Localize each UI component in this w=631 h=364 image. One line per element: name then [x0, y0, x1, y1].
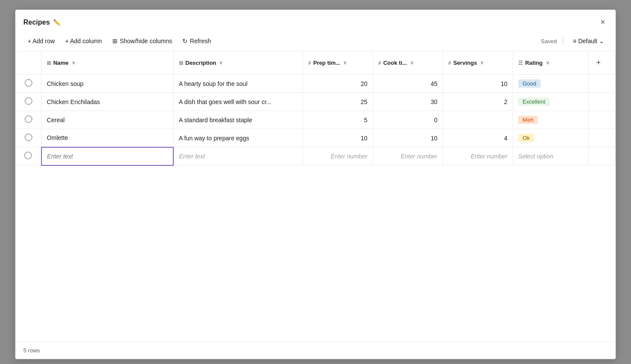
row-servings-cell[interactable]: 10: [443, 75, 513, 93]
prep-col-icon: #: [308, 60, 311, 66]
add-row-button[interactable]: + Add row: [23, 35, 59, 47]
row-description-cell[interactable]: A dish that goes well with sour cr...: [173, 93, 303, 111]
row-prep-cell[interactable]: 25: [303, 93, 373, 111]
servings-col-icon: #: [448, 60, 451, 66]
row-description-cell[interactable]: A standard breakfast staple: [173, 111, 303, 129]
row-rating-cell[interactable]: Ok: [513, 129, 589, 147]
row-prep-cell[interactable]: 20: [303, 75, 373, 93]
modal-title: Recipes: [23, 19, 50, 26]
row-cook-cell[interactable]: 45: [373, 75, 443, 93]
row-checkbox-cell: [16, 111, 41, 129]
new-row-checkbox-cell: [16, 147, 41, 165]
edit-icon[interactable]: ✏️: [53, 19, 61, 26]
row-checkbox[interactable]: [25, 115, 32, 123]
name-sort-icon: ∨: [72, 60, 75, 66]
row-cook-cell[interactable]: 0: [373, 111, 443, 129]
row-servings-cell[interactable]: 4: [443, 129, 513, 147]
new-row-rating-cell[interactable]: Select option: [513, 147, 589, 165]
row-description-cell[interactable]: A fun way to prepare eggs: [173, 129, 303, 147]
new-row-prep-cell[interactable]: Enter number: [303, 147, 373, 165]
col-header-description[interactable]: ⊞ Description ∨: [173, 51, 303, 75]
table-header-row: ⊞ Name ∨ ⊞ Description ∨: [16, 51, 615, 75]
rating-badge: Good: [518, 79, 541, 88]
desc-sort-icon: ∨: [219, 60, 223, 66]
row-rating-cell[interactable]: Good: [513, 75, 589, 93]
chevron-down-icon: ⌄: [599, 38, 604, 44]
row-description-cell[interactable]: A hearty soup for the soul: [173, 75, 303, 93]
toolbar-right: Saved ≡ Default ⌄: [541, 36, 608, 46]
recipes-table: ⊞ Name ∨ ⊞ Description ∨: [16, 51, 615, 166]
row-name-cell[interactable]: Omlette: [41, 129, 173, 147]
col-header-name[interactable]: ⊞ Name ∨: [41, 51, 173, 75]
rating-col-icon: ☰: [518, 60, 523, 66]
refresh-label: Refresh: [190, 38, 211, 44]
col-header-cook[interactable]: # Cook ti... ∨: [373, 51, 443, 75]
row-extra-cell: [588, 75, 615, 93]
cook-col-icon: #: [378, 60, 381, 66]
table-row: CerealA standard breakfast staple50Meh: [16, 111, 615, 129]
saved-status: Saved: [541, 38, 557, 44]
checkbox-header: [16, 51, 41, 75]
row-checkbox[interactable]: [25, 133, 32, 141]
new-row-description-cell[interactable]: Enter text: [173, 147, 303, 165]
show-hide-icon: ⊞: [112, 38, 118, 44]
new-row-name-cell[interactable]: [41, 147, 173, 165]
view-selector-button[interactable]: ≡ Default ⌄: [569, 36, 608, 46]
modal-header: Recipes ✏️ ×: [16, 10, 615, 33]
table-footer: 5 rows: [16, 342, 615, 359]
new-row: Enter textEnter numberEnter numberEnter …: [16, 147, 615, 165]
add-column-header[interactable]: +: [588, 51, 615, 75]
cook-sort-icon: ∨: [410, 60, 414, 66]
show-hide-label: Show/hide columns: [120, 38, 172, 44]
modal-overlay: Recipes ✏️ × + Add row + Add column ⊞ Sh…: [0, 0, 631, 364]
row-cook-cell[interactable]: 10: [373, 129, 443, 147]
row-extra-cell: [588, 129, 615, 147]
row-count: 5 rows: [23, 347, 40, 354]
new-row-cook-cell[interactable]: Enter number: [373, 147, 443, 165]
view-selector-label: Default: [578, 38, 597, 44]
col-cook-label: Cook ti...: [383, 60, 407, 66]
row-extra-cell: [588, 93, 615, 111]
table-row: OmletteA fun way to prepare eggs10104Ok: [16, 129, 615, 147]
row-prep-cell[interactable]: 10: [303, 129, 373, 147]
table-row: Chicken EnchiladasA dish that goes well …: [16, 93, 615, 111]
row-name-cell[interactable]: Chicken soup: [41, 75, 173, 93]
row-checkbox[interactable]: [25, 79, 32, 87]
row-servings-cell[interactable]: 2: [443, 93, 513, 111]
rating-badge: Excellent: [518, 98, 550, 106]
table-row: Chicken soupA hearty soup for the soul20…: [16, 75, 615, 93]
col-header-servings[interactable]: # Servings ∨: [443, 51, 513, 75]
new-row-servings-cell[interactable]: Enter number: [443, 147, 513, 165]
row-checkbox-cell: [16, 93, 41, 111]
row-servings-cell[interactable]: [443, 111, 513, 129]
new-row-extra-cell: [588, 147, 615, 165]
row-cook-cell[interactable]: 30: [373, 93, 443, 111]
rating-sort-icon: ∨: [546, 60, 549, 66]
close-button[interactable]: ×: [598, 16, 608, 28]
recipes-modal: Recipes ✏️ × + Add row + Add column ⊞ Sh…: [15, 9, 616, 359]
new-row-checkbox[interactable]: [24, 152, 32, 159]
row-rating-cell[interactable]: Excellent: [513, 93, 589, 111]
col-servings-label: Servings: [453, 60, 477, 66]
prep-sort-icon: ∨: [343, 60, 347, 66]
col-header-prep[interactable]: # Prep tim... ∨: [303, 51, 373, 75]
row-name-cell[interactable]: Chicken Enchiladas: [41, 93, 173, 111]
refresh-button[interactable]: ↻ Refresh: [178, 35, 215, 47]
desc-col-icon: ⊞: [179, 60, 183, 66]
servings-sort-icon: ∨: [480, 60, 484, 66]
row-name-cell[interactable]: Cereal: [41, 111, 173, 129]
show-hide-columns-button[interactable]: ⊞ Show/hide columns: [108, 35, 176, 47]
add-column-plus-button[interactable]: +: [594, 56, 604, 70]
new-row-name-input[interactable]: [47, 153, 168, 160]
col-header-rating[interactable]: ☰ Rating ∨: [513, 51, 589, 75]
table-container: ⊞ Name ∨ ⊞ Description ∨: [16, 51, 615, 342]
toolbar-separator: [563, 37, 563, 45]
refresh-icon: ↻: [182, 38, 188, 44]
row-checkbox[interactable]: [25, 97, 32, 105]
row-rating-cell[interactable]: Meh: [513, 111, 589, 129]
row-prep-cell[interactable]: 5: [303, 111, 373, 129]
rating-badge: Meh: [518, 116, 538, 124]
add-column-button[interactable]: + Add column: [61, 35, 106, 47]
row-checkbox-cell: [16, 129, 41, 147]
rating-badge: Ok: [518, 134, 534, 142]
